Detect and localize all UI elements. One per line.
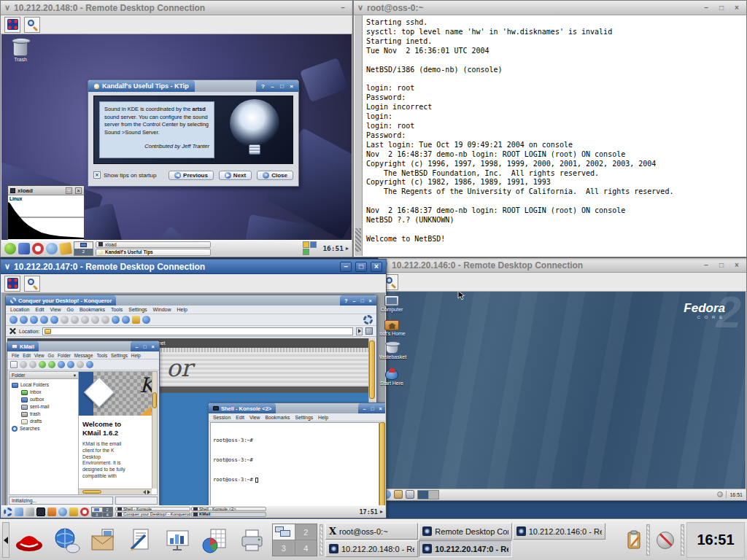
maximize-button[interactable]: □ [359, 298, 365, 304]
back-icon[interactable] [58, 361, 65, 368]
print-icon[interactable] [101, 316, 109, 324]
check-mail-icon[interactable] [39, 361, 46, 368]
paste-icon[interactable] [91, 316, 99, 324]
menu-item[interactable]: Edit [236, 415, 244, 420]
close-button[interactable]: × [150, 343, 156, 350]
find-icon[interactable] [142, 316, 150, 324]
message-pane[interactable]: K Welcome to KMail 1.6.2 KMail is the em… [79, 372, 157, 494]
email-icon[interactable] [394, 490, 403, 499]
zoom-view-button[interactable] [24, 276, 40, 292]
pager-desktop-4[interactable]: 4 [103, 513, 113, 517]
trash-icon[interactable] [77, 361, 84, 368]
menu-item[interactable]: Help [177, 307, 187, 312]
menu-item[interactable]: Help [318, 415, 328, 420]
web-browser-button[interactable] [49, 522, 84, 558]
menu-item[interactable]: File [12, 353, 19, 358]
pager-desktop-3[interactable]: 3 [273, 540, 295, 556]
menu-item[interactable]: Session [213, 415, 231, 420]
up-icon[interactable] [30, 316, 38, 324]
konqueror-titlebar[interactable]: Conquer your Desktop! - Konqueror ? – □ … [6, 295, 376, 306]
presentation-button[interactable] [160, 522, 196, 558]
printer-icon[interactable] [406, 490, 414, 499]
maximize-button[interactable]: □ [66, 187, 72, 194]
office-icon[interactable] [59, 241, 72, 254]
panel-handle[interactable] [646, 524, 650, 556]
reload-icon[interactable] [50, 316, 58, 324]
workspace-1[interactable] [418, 491, 428, 499]
terminal-body[interactable]: Starting sshd. sysctl: top level name 'h… [355, 15, 746, 256]
menu-item[interactable]: View [249, 415, 260, 420]
menu-item[interactable]: Tools [96, 353, 107, 358]
task-rdp-147[interactable]: 10.212.20.147:0 - Remote Desktop Connect… [419, 540, 511, 557]
display-icon[interactable] [310, 241, 317, 248]
close-button[interactable]: × [371, 262, 382, 272]
menu-item[interactable]: Folder [58, 353, 71, 358]
save-icon[interactable] [20, 361, 27, 368]
konsole-scrollbar[interactable] [379, 422, 385, 510]
folder-root[interactable]: Local Folders [12, 381, 78, 389]
scrollbar-thumb[interactable] [355, 228, 361, 252]
previous-button[interactable]: ◀Previous [169, 171, 214, 180]
titlebar-148[interactable]: ∨ 10.212.20.148:0 - Remote Desktop Conne… [1, 1, 352, 15]
vertical-scrollbar[interactable] [152, 372, 157, 489]
konsole-titlebar[interactable]: Shell - Konsole <2> – □ × [209, 403, 385, 413]
task-rdc[interactable]: Remote Desktop Connection [419, 523, 511, 540]
pen-icon[interactable] [15, 508, 23, 516]
panel-handle[interactable] [320, 524, 323, 556]
scrollbar-thumb[interactable] [82, 490, 101, 494]
desktop-icon-computer[interactable]: Computer [379, 295, 409, 312]
pager-desktop-4[interactable]: 4 [295, 540, 317, 556]
folder-item[interactable]: sent-mail [12, 403, 78, 411]
terminal-icon[interactable] [36, 508, 45, 516]
task-xload[interactable]: xload [96, 241, 211, 249]
clock-applet[interactable]: 16:51 [686, 522, 745, 558]
home-icon[interactable] [47, 508, 56, 516]
pager-desktop-1[interactable] [273, 524, 295, 540]
menu-item[interactable]: Message [74, 353, 93, 358]
maximize-button[interactable]: □ [369, 405, 376, 412]
bookmark-icon[interactable] [365, 327, 373, 335]
workspace-switcher[interactable] [417, 490, 439, 499]
menu-item[interactable]: Edit [23, 353, 31, 358]
settings-icon[interactable] [26, 508, 34, 516]
pager-desktop-1[interactable] [92, 508, 102, 512]
konsole-terminal[interactable]: root@oss-3:~# root@oss-3:~# root@oss-3:~… [210, 422, 379, 510]
titlebar-146[interactable]: ∨ 10.212.20.146:0 - Remote Desktop Conne… [379, 258, 746, 273]
panel-expand-arrow[interactable]: ▸ [346, 245, 349, 252]
minimize-button[interactable]: – [337, 3, 349, 13]
workspace-2[interactable] [428, 491, 438, 499]
task-button[interactable]: Shell - Konsole <2> [191, 507, 266, 512]
minimize-button[interactable]: – [268, 82, 276, 90]
zoom-out-icon[interactable] [122, 316, 130, 324]
maximize-button[interactable]: □ [278, 82, 286, 90]
zoom-in-icon[interactable] [112, 316, 120, 324]
maximize-button[interactable]: □ [142, 343, 148, 350]
klipper-applet[interactable] [625, 522, 644, 558]
pager-desktop-3[interactable]: 3 [92, 513, 102, 517]
task-button[interactable]: Conquer your Desktop! - Konqueror [115, 512, 190, 517]
clear-location-icon[interactable] [9, 328, 16, 335]
browser-icon[interactable] [58, 508, 67, 516]
scrollbar-thumb[interactable] [369, 341, 375, 399]
folder-item[interactable]: outbox [12, 396, 78, 403]
dropdown-icon[interactable]: ▾ [74, 373, 76, 378]
minimize-button[interactable]: – [351, 298, 357, 304]
terminal-scrollbar[interactable] [355, 15, 363, 256]
pager-desktop-1[interactable] [74, 242, 93, 249]
minimize-button[interactable]: – [361, 405, 368, 412]
location-input[interactable] [42, 327, 353, 335]
kmenu-icon[interactable] [4, 508, 12, 516]
window-menu-icon[interactable]: ∨ [357, 3, 363, 12]
home-icon[interactable] [40, 316, 48, 324]
files-icon[interactable] [69, 508, 78, 516]
home-icon[interactable] [18, 243, 30, 254]
minimize-button[interactable]: – [700, 3, 712, 13]
folder-pane[interactable]: Folder▾ Local Folders inboxoutboxsent-ma… [9, 372, 79, 494]
help-icon[interactable] [80, 508, 89, 516]
menu-item[interactable]: Location [10, 307, 29, 312]
minimize-button[interactable]: – [133, 343, 140, 350]
back-icon[interactable] [9, 316, 18, 324]
close-button[interactable]: × [377, 405, 384, 412]
task-button[interactable]: Shell - Konsole [115, 507, 190, 512]
folder-item[interactable]: trash [12, 411, 78, 418]
